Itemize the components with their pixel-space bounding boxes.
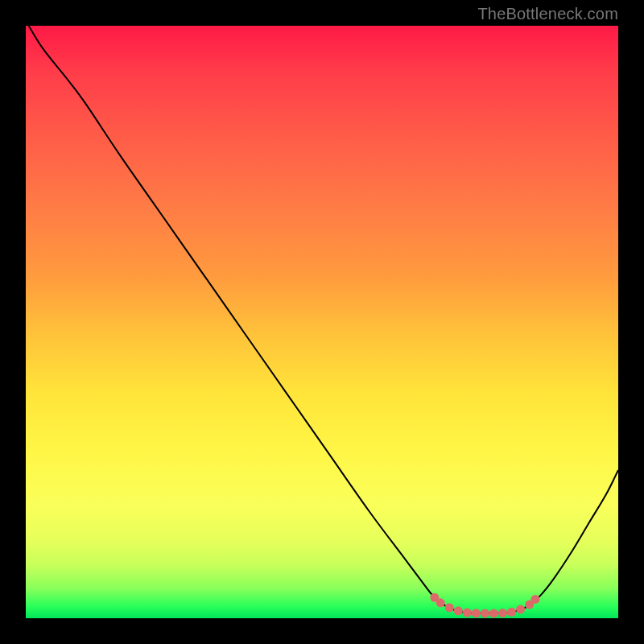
bottleneck-curve [29,26,618,613]
source-attribution: TheBottleneck.com [477,5,618,23]
chart-svg [26,26,618,618]
optimal-range-markers [430,593,539,618]
marker-point [507,608,516,617]
marker-point [481,609,489,617]
marker-point [530,595,539,604]
marker-point [498,609,507,617]
plot-area [26,26,618,618]
marker-point [472,609,481,617]
marker-point [454,606,463,615]
marker-point [445,603,454,612]
marker-point [463,609,472,617]
marker-point [436,598,445,607]
marker-point [516,605,525,613]
marker-point [489,609,498,617]
chart-wrapper: TheBottleneck.com [0,0,644,644]
